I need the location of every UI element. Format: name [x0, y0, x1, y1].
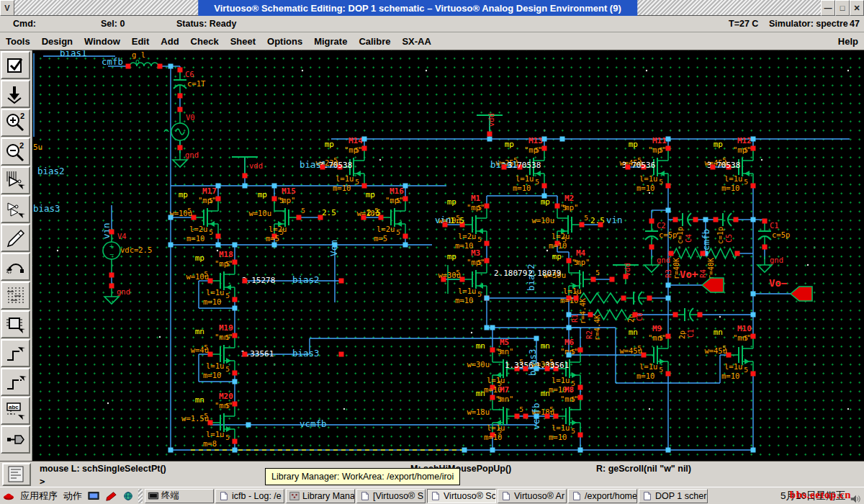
pin[interactable] — [598, 222, 603, 228]
junction[interactable] — [751, 137, 756, 142]
pin[interactable] — [243, 279, 248, 284]
save-icon[interactable] — [1, 80, 30, 108]
check-icon[interactable] — [1, 51, 30, 79]
pin[interactable] — [734, 217, 739, 222]
junction[interactable] — [534, 366, 539, 372]
pin-icon[interactable] — [1, 426, 30, 454]
junction[interactable] — [567, 312, 572, 318]
junction[interactable] — [751, 217, 756, 222]
junction[interactable] — [703, 217, 708, 222]
capacitor-C1[interactable] — [680, 307, 695, 322]
pin[interactable] — [487, 132, 492, 137]
transistor-M20[interactable] — [209, 402, 238, 443]
instance-icon[interactable] — [1, 310, 30, 338]
applications-menu[interactable]: 应用程序 — [17, 490, 60, 503]
zoom-in-2x-icon[interactable]: 2 — [1, 109, 30, 137]
pin[interactable] — [626, 165, 631, 170]
pin[interactable] — [610, 277, 615, 282]
junction[interactable] — [666, 283, 671, 288]
schematic-svg[interactable]: mpM14"mp"w=23ul=1um=10555mpM13"mp"w=25ul… — [32, 50, 864, 461]
transistor-M17[interactable] — [192, 197, 221, 238]
junction[interactable] — [233, 243, 238, 248]
junction[interactable] — [666, 208, 671, 213]
ground-symbol[interactable] — [173, 160, 187, 167]
pin[interactable] — [339, 352, 344, 357]
junction[interactable] — [490, 448, 495, 453]
menu-sx-aa[interactable]: SX-AA — [396, 34, 436, 49]
pin[interactable] — [701, 251, 706, 256]
junction[interactable] — [751, 292, 756, 297]
pin[interactable] — [109, 273, 114, 278]
menu-help[interactable]: Help — [832, 34, 864, 49]
junction[interactable] — [666, 137, 671, 142]
actions-menu[interactable]: 动作 — [60, 490, 85, 503]
menu-add[interactable]: Add — [155, 34, 184, 49]
transistor-M10[interactable] — [727, 335, 756, 375]
task-button-6[interactable]: /export/home — [568, 489, 637, 503]
capacitor-C5[interactable] — [719, 212, 733, 227]
task-button-1[interactable]: icfb - Log: /e — [215, 489, 284, 503]
junction[interactable] — [233, 448, 238, 453]
pin[interactable] — [647, 296, 652, 301]
pin[interactable] — [711, 165, 716, 170]
transistor-M16[interactable] — [379, 197, 408, 238]
junction[interactable] — [168, 243, 174, 248]
pin[interactable] — [339, 279, 344, 284]
pin[interactable] — [158, 64, 163, 69]
pin[interactable] — [361, 215, 366, 220]
junction[interactable] — [666, 296, 671, 301]
capacitor-C2[interactable] — [644, 221, 659, 247]
redhat-menu-icon[interactable] — [0, 487, 17, 504]
pin[interactable] — [318, 215, 323, 220]
pin[interactable] — [178, 68, 183, 73]
transistor-M18[interactable] — [209, 261, 238, 301]
junction[interactable] — [485, 325, 490, 330]
junction[interactable] — [233, 306, 238, 311]
task-button-4[interactable]: Virtuoso® Sc — [427, 489, 496, 503]
junction[interactable] — [246, 423, 251, 428]
pin[interactable] — [735, 251, 740, 256]
window-menu-button[interactable]: V — [0, 0, 14, 16]
junction[interactable] — [534, 414, 539, 419]
junction[interactable] — [487, 137, 492, 142]
pin[interactable] — [693, 217, 698, 222]
menu-options[interactable]: Options — [261, 34, 308, 49]
pin[interactable] — [762, 245, 768, 250]
transistor-M2[interactable] — [554, 204, 583, 245]
ground-symbol[interactable] — [104, 297, 119, 304]
command-prompt[interactable]: > — [40, 476, 45, 487]
pin[interactable] — [243, 352, 248, 357]
globe-launcher-icon[interactable] — [120, 487, 137, 504]
junction[interactable] — [462, 448, 467, 453]
maximize-button[interactable]: □ — [835, 0, 850, 16]
menu-sheet[interactable]: Sheet — [225, 34, 261, 49]
junction[interactable] — [534, 336, 539, 341]
taskbar-clock[interactable]: 5月10日星期五bbs.eetop.cn — [708, 487, 864, 504]
pin[interactable] — [545, 366, 550, 372]
junction[interactable] — [333, 243, 338, 248]
wire-narrow-icon[interactable] — [1, 339, 30, 367]
pin[interactable] — [588, 312, 593, 318]
pin[interactable] — [649, 245, 654, 250]
pen-launcher-icon[interactable] — [102, 487, 120, 504]
pin[interactable] — [243, 174, 248, 179]
junction[interactable] — [168, 215, 174, 220]
junction[interactable] — [578, 448, 583, 453]
wire-label-icon[interactable]: abc — [1, 397, 30, 425]
capacitor-C1[interactable] — [757, 221, 772, 247]
transistor-M3[interactable] — [461, 259, 490, 300]
menu-edit[interactable]: Edit — [126, 34, 156, 49]
pin[interactable] — [178, 107, 183, 112]
pin[interactable] — [649, 219, 654, 224]
junction[interactable] — [490, 325, 495, 330]
stretch-icon[interactable] — [1, 166, 30, 194]
junction[interactable] — [567, 325, 572, 330]
speaker-icon[interactable] — [847, 490, 864, 504]
schematic-canvas[interactable]: mpM14"mp"w=23ul=1um=10555mpM13"mp"w=25ul… — [32, 50, 864, 461]
pin[interactable] — [443, 222, 448, 228]
junction[interactable] — [243, 184, 248, 189]
junction[interactable] — [272, 184, 277, 189]
pin[interactable] — [109, 284, 114, 289]
undo-icon[interactable] — [1, 253, 30, 281]
menu-design[interactable]: Design — [36, 34, 78, 49]
